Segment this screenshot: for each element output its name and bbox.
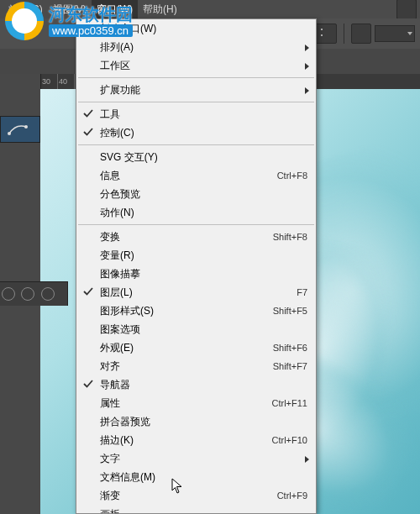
menu-item-shortcut: Shift+F7 — [265, 361, 307, 371]
menu-item[interactable]: 对齐Shift+F7 — [76, 357, 316, 375]
menu-effect[interactable]: 效果(C) — [3, 0, 48, 18]
menu-item-shortcut: Ctrl+F11 — [264, 398, 308, 408]
chevron-down-icon — [407, 32, 412, 35]
menu-item-label: 变换 — [100, 230, 265, 244]
ruler-tick: 30 — [40, 74, 57, 89]
menu-item-label: 分色预览 — [100, 187, 307, 202]
menu-item-label: 变量(R) — [100, 249, 307, 263]
menu-item[interactable]: SVG 交互(Y) — [76, 148, 316, 166]
menu-item[interactable]: 画板 — [76, 505, 316, 514]
app-root: 河东软件园 www.pc0359.cn 效果(C) 视图(V) 窗口(W) 帮助… — [0, 0, 420, 514]
menu-separator — [78, 77, 314, 78]
knob-icon — [21, 287, 34, 301]
menu-item[interactable]: 拼合器预览 — [76, 412, 316, 431]
menu-item[interactable]: 新建窗口(W) — [76, 19, 316, 38]
menu-item-shortcut: Ctrl+F9 — [269, 490, 307, 501]
menu-item-label: 工具 — [100, 108, 307, 122]
menu-item[interactable]: 描边(K)Ctrl+F10 — [76, 431, 316, 449]
menu-item-label: 描边(K) — [100, 433, 264, 448]
menu-item-shortcut: F7 — [288, 287, 307, 297]
menu-item-label: 工作区 — [100, 59, 307, 73]
document-setup-button[interactable] — [351, 24, 371, 44]
menu-item-label: 外观(E) — [100, 341, 265, 355]
menu-item[interactable]: 导航器 — [76, 375, 316, 394]
menu-item-shortcut: Shift+F5 — [265, 306, 307, 316]
window-dropdown-menu: 新建窗口(W)排列(A)工作区扩展功能工具控制(C)SVG 交互(Y)信息Ctr… — [76, 18, 317, 514]
menu-help[interactable]: 帮助(H) — [138, 0, 182, 18]
tool-button[interactable] — [0, 116, 40, 143]
anchor-tool-icon — [1, 117, 39, 142]
toolbar-dropdown[interactable] — [375, 25, 415, 42]
menu-item[interactable]: 图形样式(S)Shift+F5 — [76, 302, 316, 320]
menubar: 效果(C) 视图(V) 窗口(W) 帮助(H) — [0, 0, 420, 19]
menu-item-label: 控制(C) — [100, 126, 307, 140]
menu-item-label: 属性 — [100, 396, 264, 411]
menu-item-shortcut: Shift+F8 — [265, 232, 307, 242]
svg-point-1 — [24, 125, 28, 128]
menu-item-label: 图形样式(S) — [100, 304, 265, 318]
menu-item-label: 排列(A) — [100, 40, 307, 55]
menu-item[interactable]: 图层(L)F7 — [76, 283, 316, 302]
menu-item[interactable]: 图案选项 — [76, 320, 316, 338]
menu-item[interactable]: 工作区 — [76, 56, 316, 75]
menu-item-label: 扩展功能 — [100, 83, 307, 97]
menu-item[interactable]: 扩展功能 — [76, 81, 316, 99]
check-icon — [83, 379, 93, 389]
menu-item-label: 图案选项 — [100, 323, 307, 337]
menu-item-shortcut: Ctrl+F8 — [269, 170, 307, 181]
menu-item[interactable]: 文字 — [76, 449, 316, 468]
menu-item[interactable]: 分色预览 — [76, 185, 316, 203]
menu-item-label: 文字 — [100, 452, 307, 466]
svg-point-0 — [8, 132, 11, 135]
knob-icon — [41, 287, 55, 301]
menu-item[interactable]: 变量(R) — [76, 246, 316, 265]
menu-item-label: 画板 — [100, 507, 307, 515]
check-icon — [83, 108, 93, 118]
menu-window[interactable]: 窗口(W) — [92, 0, 138, 18]
ruler-tick: 40 — [57, 74, 74, 89]
menu-separator — [78, 224, 314, 225]
menu-item-label: 渐变 — [100, 489, 269, 503]
menu-item-label: 图像描摹 — [100, 267, 307, 281]
menu-item[interactable]: 工具 — [76, 105, 316, 123]
menu-item[interactable]: 外观(E)Shift+F6 — [76, 338, 316, 357]
menu-item[interactable]: 图像描摹 — [76, 265, 316, 283]
menu-item-label: 动作(N) — [100, 206, 307, 220]
menu-item-label: 新建窗口(W) — [100, 22, 307, 36]
side-panel-collapsed[interactable] — [0, 281, 68, 306]
menu-item[interactable]: 变换Shift+F8 — [76, 228, 316, 246]
menu-item[interactable]: 控制(C) — [76, 123, 316, 142]
menu-item-label: 导航器 — [100, 378, 307, 392]
check-icon — [83, 127, 93, 137]
menu-item[interactable]: 渐变Ctrl+F9 — [76, 486, 316, 505]
menu-item-shortcut: Ctrl+F10 — [264, 435, 308, 445]
menu-item-label: 拼合器预览 — [100, 415, 307, 429]
menu-item-label: 对齐 — [100, 359, 265, 374]
menu-item[interactable]: 排列(A) — [76, 38, 316, 56]
menu-item[interactable]: 信息Ctrl+F8 — [76, 166, 316, 185]
toolbar-separator — [344, 24, 344, 44]
knob-icon — [2, 287, 15, 301]
menu-item[interactable]: 属性Ctrl+F11 — [76, 394, 316, 412]
menu-separator — [78, 102, 314, 102]
menu-item[interactable]: 文档信息(M) — [76, 468, 316, 486]
menu-item-label: 信息 — [100, 169, 269, 183]
menu-item-label: 文档信息(M) — [100, 470, 307, 485]
menu-item-label: SVG 交互(Y) — [100, 150, 307, 165]
menu-item[interactable]: 动作(N) — [76, 203, 316, 222]
check-icon — [83, 286, 93, 296]
menu-view[interactable]: 视图(V) — [48, 0, 92, 18]
menubar-button[interactable] — [396, 0, 417, 19]
menu-item-label: 图层(L) — [100, 286, 288, 300]
menu-item-shortcut: Shift+F6 — [265, 343, 307, 353]
menu-separator — [78, 144, 314, 145]
